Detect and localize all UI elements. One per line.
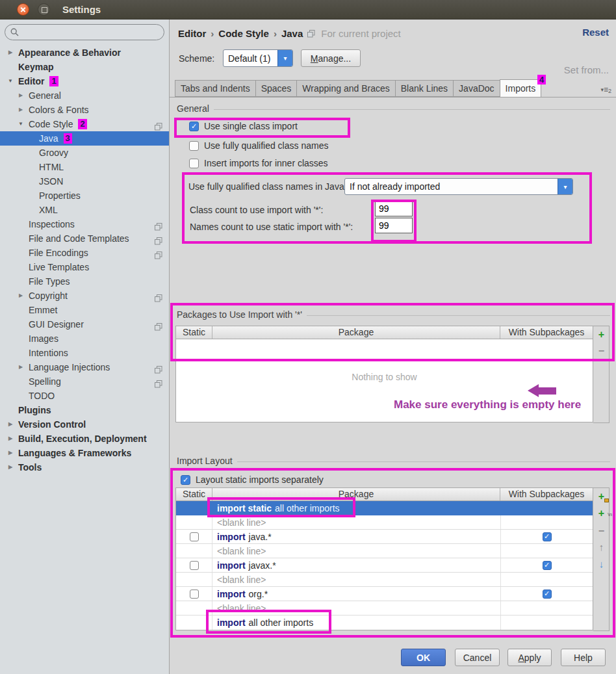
packages-table-body[interactable]: Nothing to show xyxy=(175,339,593,422)
ok-button[interactable]: OK xyxy=(401,649,446,666)
tab-javadoc[interactable]: JavaDoc xyxy=(453,80,500,97)
expand-arrow-icon[interactable]: ▶ xyxy=(16,103,25,117)
sidebar-item-version-control[interactable]: ▶Version Control xyxy=(0,417,169,432)
remove-button[interactable]: − xyxy=(596,346,607,357)
checkbox-unchecked[interactable] xyxy=(190,532,199,541)
sidebar-item-keymap[interactable]: Keymap xyxy=(0,60,169,74)
sidebar-item-groovy[interactable]: Groovy xyxy=(0,146,169,160)
sidebar-item-language-injections[interactable]: ▶Language Injections xyxy=(0,360,169,374)
checkbox-unchecked[interactable] xyxy=(189,159,199,168)
scheme-select[interactable]: Default (1) ▾ xyxy=(223,49,293,67)
tab-spaces[interactable]: Spaces xyxy=(255,80,298,97)
column-header-static[interactable]: Static xyxy=(176,326,212,339)
breadcrumb-item-editor[interactable]: Editor xyxy=(178,28,206,39)
sidebar-item-plugins[interactable]: Plugins xyxy=(0,403,169,417)
tab-tabs-and-indents[interactable]: Tabs and Indents xyxy=(175,80,256,97)
column-header-with-subpackages[interactable]: With Subpackages xyxy=(500,326,593,339)
sidebar-item-tools[interactable]: ▶Tools xyxy=(0,460,169,474)
checkbox-checked[interactable]: ✓ xyxy=(181,475,190,485)
sidebar-item-gui-designer[interactable]: GUI Designer xyxy=(0,317,169,331)
sidebar-item-xml[interactable]: XML xyxy=(0,203,169,217)
sidebar-item-editor[interactable]: ▼Editor1 xyxy=(0,74,169,88)
tab-overflow-icon[interactable]: ▾≡2 xyxy=(600,85,611,94)
chevron-down-icon[interactable]: ▾ xyxy=(558,179,572,194)
general-checkbox-use-single-class-import[interactable]: ✓Use single class import xyxy=(189,120,298,132)
cancel-button[interactable]: Cancel xyxy=(455,649,500,666)
move-up-button[interactable]: ↑ xyxy=(596,542,607,553)
checkbox-checked[interactable]: ✓ xyxy=(543,561,552,570)
sidebar-item-intentions[interactable]: Intentions xyxy=(0,346,169,360)
sidebar-item-json[interactable]: JSON xyxy=(0,174,169,188)
sidebar-item-emmet[interactable]: Emmet xyxy=(0,303,169,317)
sidebar-item-todo[interactable]: TODO xyxy=(0,389,169,403)
expand-arrow-icon[interactable]: ▶ xyxy=(6,460,15,474)
collapse-arrow-icon[interactable]: ▼ xyxy=(6,74,15,88)
settings-search-input[interactable] xyxy=(23,27,164,38)
table-row-import-javax[interactable]: importjavax.*✓ xyxy=(176,558,593,573)
table-row-import-all-other-imports[interactable]: importall other imports xyxy=(176,616,593,630)
table-row-import-org[interactable]: importorg.*✓ xyxy=(176,587,593,601)
table-row-blank-line[interactable]: <blank line> xyxy=(176,573,593,587)
general-checkbox-insert-imports-for-inner-classes[interactable]: Insert imports for inner classes xyxy=(189,157,328,169)
checkbox-unchecked[interactable] xyxy=(190,561,199,570)
chevron-down-icon[interactable]: ▾ xyxy=(277,50,292,66)
tab-imports[interactable]: Imports4 xyxy=(500,79,542,97)
sidebar-item-live-templates[interactable]: Live Templates xyxy=(0,260,169,274)
sidebar-item-images[interactable]: Images xyxy=(0,331,169,346)
table-row-blank-line[interactable]: <blank line> xyxy=(176,515,593,530)
layout-static-imports-row[interactable]: ✓ Layout static imports separately xyxy=(181,474,324,486)
column-header-package[interactable]: Package xyxy=(212,326,500,339)
checkbox-unchecked[interactable] xyxy=(189,141,199,151)
collapse-arrow-icon[interactable]: ▼ xyxy=(16,117,25,131)
window-close-icon[interactable] xyxy=(17,3,29,16)
general-checkbox-use-fully-qualified-class-names[interactable]: Use fully qualified class names xyxy=(189,140,328,151)
expand-arrow-icon[interactable]: ▶ xyxy=(6,45,15,60)
sidebar-item-file-types[interactable]: File Types xyxy=(0,274,169,289)
expand-arrow-icon[interactable]: ▶ xyxy=(16,289,25,303)
apply-button[interactable]: Apply xyxy=(507,649,552,666)
remove-row-button[interactable]: − xyxy=(596,526,607,537)
expand-arrow-icon[interactable]: ▶ xyxy=(16,88,25,103)
expand-arrow-icon[interactable]: ▶ xyxy=(6,446,15,460)
table-row-blank-line[interactable]: <blank line> xyxy=(176,544,593,558)
search-box[interactable] xyxy=(5,24,164,40)
window-maximize-icon[interactable] xyxy=(38,3,50,16)
sidebar-item-html[interactable]: HTML xyxy=(0,160,169,174)
move-down-button[interactable]: ↓ xyxy=(596,559,607,570)
sidebar-item-colors-fonts[interactable]: ▶Colors & Fonts xyxy=(0,103,169,117)
checkbox-checked[interactable]: ✓ xyxy=(543,590,552,599)
tab-blank-lines[interactable]: Blank Lines xyxy=(395,80,454,97)
breadcrumb-item-java[interactable]: Java xyxy=(281,28,303,39)
sidebar-item-inspections[interactable]: Inspections xyxy=(0,217,169,231)
sidebar-item-copyright[interactable]: ▶Copyright xyxy=(0,289,169,303)
column-header-package[interactable]: Package xyxy=(212,488,500,500)
expand-arrow-icon[interactable]: ▶ xyxy=(16,360,25,374)
names-count-input[interactable] xyxy=(375,218,413,233)
reset-link[interactable]: Reset xyxy=(582,27,609,38)
expand-arrow-icon[interactable]: ▶ xyxy=(6,432,15,446)
sidebar-item-file-encodings[interactable]: File Encodings xyxy=(0,246,169,260)
checkbox-checked[interactable]: ✓ xyxy=(189,122,199,131)
class-count-input[interactable] xyxy=(375,201,413,216)
table-row-import-java[interactable]: importjava.*✓ xyxy=(176,530,593,544)
set-from-link[interactable]: Set from... xyxy=(564,64,609,75)
column-header-with-subpackages[interactable]: With Subpackages xyxy=(500,488,593,500)
table-row-blank-line[interactable]: <blank line> xyxy=(176,601,593,616)
checkbox-checked[interactable]: ✓ xyxy=(543,532,552,541)
add-package-button[interactable]: + xyxy=(596,491,607,502)
sidebar-item-file-and-code-templates[interactable]: File and Code Templates xyxy=(0,231,169,246)
expand-arrow-icon[interactable]: ▶ xyxy=(6,417,15,432)
sidebar-item-spelling[interactable]: Spelling xyxy=(0,374,169,389)
javadoc-select[interactable]: If not already imported ▾ xyxy=(344,178,573,195)
column-header-static[interactable]: Static xyxy=(176,488,212,500)
help-button[interactable]: Help xyxy=(561,649,606,666)
sidebar-item-general[interactable]: ▶General xyxy=(0,88,169,103)
sidebar-item-code-style[interactable]: ▼Code Style2 xyxy=(0,117,169,131)
sidebar-item-properties[interactable]: Properties xyxy=(0,188,169,203)
sidebar-item-java[interactable]: Java3 xyxy=(0,131,169,146)
sidebar-item-appearance-behavior[interactable]: ▶Appearance & Behavior xyxy=(0,45,169,60)
sidebar-item-build-execution-deployment[interactable]: ▶Build, Execution, Deployment xyxy=(0,432,169,446)
manage-button[interactable]: Manage... xyxy=(301,49,361,67)
sidebar-item-languages-frameworks[interactable]: ▶Languages & Frameworks xyxy=(0,446,169,460)
checkbox-unchecked[interactable] xyxy=(190,590,199,599)
